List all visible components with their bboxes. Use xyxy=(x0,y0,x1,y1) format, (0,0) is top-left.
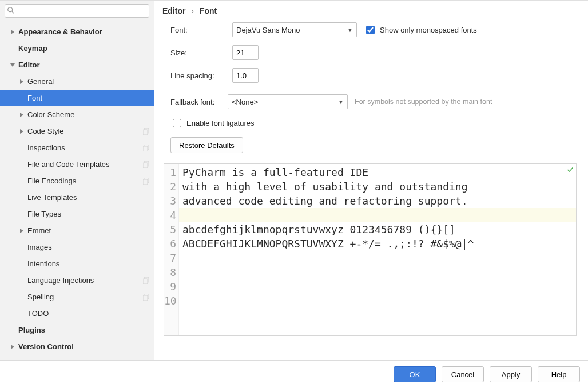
enable-ligatures-label: Enable font ligatures xyxy=(186,119,255,127)
svg-rect-3 xyxy=(143,130,148,135)
preview-line: abcdefghijklmnopqrstuvwxyz 0123456789 ()… xyxy=(182,222,573,237)
sidebar-item-label: File and Code Templates xyxy=(27,160,142,169)
sidebar-item-todo[interactable]: TODO xyxy=(0,305,154,322)
sidebar-item-inspections[interactable]: Inspections xyxy=(0,139,154,156)
sidebar-item-intentions[interactable]: Intentions xyxy=(0,255,154,272)
line-number: 8 xyxy=(164,265,176,279)
chevron-right-icon xyxy=(18,113,25,117)
line-number: 10 xyxy=(164,294,176,308)
search-wrap xyxy=(0,1,154,22)
svg-line-1 xyxy=(12,11,14,14)
font-settings-form: Font: DejaVu Sans Mono ▼ Show only monos… xyxy=(154,22,588,161)
sidebar-item-label: Editor xyxy=(18,61,150,69)
sidebar-item-label: Plugins xyxy=(18,326,150,334)
sidebar-item-plugins[interactable]: Plugins xyxy=(0,322,154,338)
main-area: Appearance & BehaviorKeymapEditorGeneral… xyxy=(0,1,588,360)
size-label: Size: xyxy=(170,49,232,57)
show-monospaced-checkbox[interactable]: Show only monospaced fonts xyxy=(364,24,477,36)
ok-button[interactable]: OK xyxy=(394,366,436,382)
fallback-font-value: <None> xyxy=(232,98,258,106)
sidebar-item-general[interactable]: General xyxy=(0,73,154,90)
preview-line xyxy=(182,294,573,308)
sidebar-item-label: Images xyxy=(27,243,150,251)
sidebar-item-version-control[interactable]: Version Control xyxy=(0,338,154,355)
sidebar-item-code-style[interactable]: Code Style xyxy=(0,123,154,139)
preview-line xyxy=(182,265,573,279)
breadcrumb-root: Editor xyxy=(162,6,185,15)
preview-line: ABCDEFGHIJKLMNOPQRSTUVWXYZ +-*/= .,;:!? … xyxy=(182,237,573,251)
svg-rect-13 xyxy=(143,295,148,301)
fallback-font-combobox[interactable]: <None> ▼ xyxy=(228,94,348,109)
sidebar-item-label: Live Templates xyxy=(27,193,150,202)
breadcrumb-separator: › xyxy=(191,6,194,15)
svg-rect-5 xyxy=(143,146,148,151)
help-button[interactable]: Help xyxy=(538,366,580,382)
cancel-button[interactable]: Cancel xyxy=(442,366,484,382)
line-spacing-label: Line spacing: xyxy=(170,71,232,80)
sidebar-item-appearance-behavior[interactable]: Appearance & Behavior xyxy=(0,23,154,40)
sidebar-item-file-types[interactable]: File Types xyxy=(0,206,154,222)
settings-dialog: Appearance & BehaviorKeymapEditorGeneral… xyxy=(0,0,588,388)
chevron-right-icon xyxy=(18,129,25,134)
line-number: 9 xyxy=(164,279,176,294)
preview-gutter: 12345678910 xyxy=(164,164,179,335)
chevron-right-icon xyxy=(9,30,16,34)
sidebar-item-file-encodings[interactable]: File Encodings xyxy=(0,173,154,189)
svg-rect-7 xyxy=(143,163,148,168)
chevron-down-icon: ▼ xyxy=(338,99,344,105)
sidebar-item-label: Version Control xyxy=(18,342,150,351)
restore-defaults-button[interactable]: Restore Defaults xyxy=(170,137,243,153)
line-number: 6 xyxy=(164,237,176,251)
line-number: 2 xyxy=(164,179,176,194)
search-box xyxy=(5,4,149,18)
preview-line xyxy=(182,251,573,265)
line-number: 5 xyxy=(164,222,176,237)
sidebar-item-editor[interactable]: Editor xyxy=(0,57,154,73)
sidebar-item-keymap[interactable]: Keymap xyxy=(0,40,154,57)
sidebar-item-label: Font xyxy=(27,94,150,102)
sidebar-item-live-templates[interactable]: Live Templates xyxy=(0,189,154,206)
preview-line: advanced code editing and refactoring su… xyxy=(182,194,573,208)
sidebar-item-font[interactable]: Font xyxy=(0,90,154,106)
sidebar: Appearance & BehaviorKeymapEditorGeneral… xyxy=(0,1,154,360)
sidebar-item-label: General xyxy=(27,77,150,86)
content-pane: Editor › Font Font: DejaVu Sans Mono ▼ S… xyxy=(154,1,588,360)
enable-ligatures-checkbox[interactable]: Enable font ligatures xyxy=(170,117,255,129)
chevron-down-icon: ▼ xyxy=(347,27,353,33)
chevron-right-icon xyxy=(18,229,25,233)
show-monospaced-input[interactable] xyxy=(366,26,375,34)
scope-icon xyxy=(142,293,150,301)
sidebar-item-label: Inspections xyxy=(27,143,142,152)
scope-icon xyxy=(142,127,150,135)
settings-tree: Appearance & BehaviorKeymapEditorGeneral… xyxy=(0,22,154,360)
font-label: Font: xyxy=(170,26,232,34)
sidebar-item-label: Color Scheme xyxy=(27,110,150,119)
line-spacing-input[interactable] xyxy=(232,68,259,83)
fallback-font-label: Fallback font: xyxy=(170,98,228,106)
sidebar-item-color-scheme[interactable]: Color Scheme xyxy=(0,106,154,123)
sidebar-item-images[interactable]: Images xyxy=(0,239,154,255)
search-input[interactable] xyxy=(5,4,149,18)
svg-point-0 xyxy=(8,7,13,12)
sidebar-item-file-and-code-templates[interactable]: File and Code Templates xyxy=(0,156,154,173)
sidebar-item-emmet[interactable]: Emmet xyxy=(0,222,154,239)
line-number: 1 xyxy=(164,165,176,179)
sidebar-item-spelling[interactable]: Spelling xyxy=(0,289,154,305)
preview-line xyxy=(182,279,573,294)
size-input[interactable] xyxy=(232,45,259,60)
preview-line: PyCharm is a full-featured IDE xyxy=(182,165,573,179)
breadcrumb: Editor › Font xyxy=(154,1,588,22)
sidebar-item-language-injections[interactable]: Language Injections xyxy=(0,272,154,289)
show-monospaced-label: Show only monospaced fonts xyxy=(380,26,477,34)
sidebar-item-label: Intentions xyxy=(27,259,150,268)
sidebar-item-label: Emmet xyxy=(27,226,150,235)
preview-line xyxy=(182,208,573,222)
preview-code[interactable]: PyCharm is a full-featured IDEwith a hig… xyxy=(179,164,576,335)
dialog-footer: OK Cancel Apply Help xyxy=(0,360,588,388)
enable-ligatures-input[interactable] xyxy=(173,119,181,127)
apply-button[interactable]: Apply xyxy=(490,366,532,382)
sidebar-item-label: Appearance & Behavior xyxy=(18,27,150,36)
line-number: 3 xyxy=(164,194,176,208)
chevron-right-icon xyxy=(9,345,16,349)
font-combobox[interactable]: DejaVu Sans Mono ▼ xyxy=(232,22,357,37)
